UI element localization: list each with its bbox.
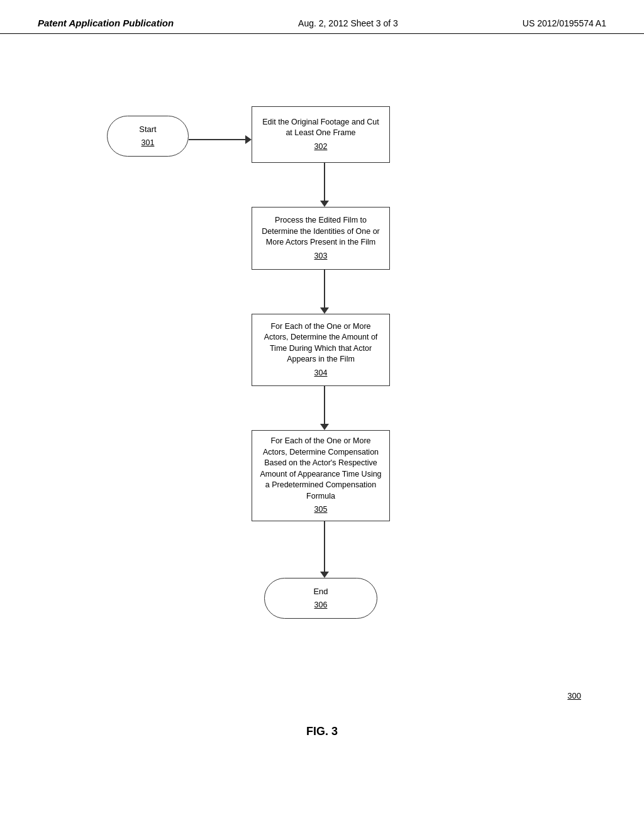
arrow-head [320,424,329,430]
diagram-area: Start 301 Edit the Original Footage and … [0,34,644,757]
end-node: End 306 [264,578,377,619]
publication-number: US 2012/0195574 A1 [523,18,606,28]
box-304: For Each of the One or More Actors, Dete… [252,314,390,386]
arrow-305-to-end [320,521,329,578]
publication-date: Aug. 2, 2012 Sheet 3 of 3 [298,18,398,28]
box302-ref: 302 [314,141,328,153]
end-label: End [313,586,328,597]
box302-label: Edit the Original Footage and Cut at Lea… [260,117,382,139]
arrow-line [324,270,325,307]
box303-label: Process the Edited Film to Determine the… [260,215,382,248]
arrow-302-to-303 [320,163,329,207]
start-label: Start [139,124,156,135]
box303-ref: 303 [314,251,328,262]
box305-label: For Each of the One or More Actors, Dete… [260,436,382,502]
arrow-line [324,521,325,572]
publication-title: Patent Application Publication [38,18,174,28]
figure-label: FIG. 3 [306,725,338,738]
arrow-line [324,163,325,201]
box304-label: For Each of the One or More Actors, Dete… [260,321,382,365]
start-node: Start 301 [107,116,189,157]
box-303: Process the Edited Film to Determine the… [252,207,390,270]
arrow-304-to-305 [320,386,329,430]
arrow-head [320,572,329,578]
end-ref: 306 [314,600,328,611]
arrow-head [245,135,252,144]
box-302: Edit the Original Footage and Cut at Lea… [252,106,390,163]
arrow-line [324,386,325,424]
box304-ref: 304 [314,368,328,379]
box-305: For Each of the One or More Actors, Dete… [252,430,390,521]
diagram-number: 300 [567,691,581,700]
arrow-head [320,201,329,207]
arrow-line [189,139,245,140]
box305-ref: 305 [314,504,328,516]
page-header: Patent Application Publication Aug. 2, 2… [0,0,644,34]
arrow-303-to-304 [320,270,329,314]
start-ref: 301 [142,138,155,149]
arrow-head [320,307,329,314]
arrow-start-to-302 [189,135,252,144]
